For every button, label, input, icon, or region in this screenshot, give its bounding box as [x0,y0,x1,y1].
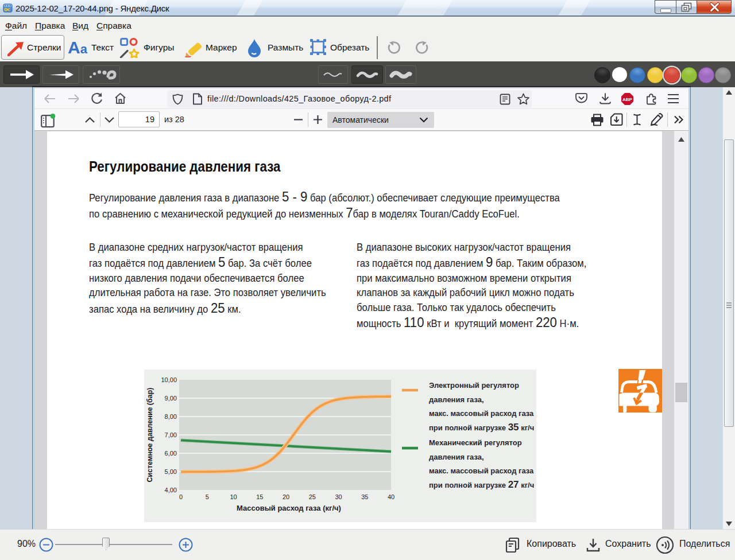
svg-text:при полной нагрузке 27 кг/ч: при полной нагрузке 27 кг/ч [429,479,534,490]
svg-text:давления газа,: давления газа, [429,453,484,461]
svg-text:давления газа,: давления газа, [429,395,484,404]
svg-text:10: 10 [230,493,237,500]
svg-text:макс. массовый расход газа: макс. массовый расход газа [429,466,534,475]
svg-text:5,00: 5,00 [165,468,177,475]
svg-text:Массовый расход газа (кг/ч): Массовый расход газа (кг/ч) [237,504,341,512]
svg-text:Механический регулятор: Механический регулятор [429,438,522,447]
svg-text:5: 5 [206,493,209,500]
svg-text:30: 30 [335,493,342,500]
svg-text:15: 15 [256,493,263,500]
svg-text:7,00: 7,00 [165,431,177,438]
svg-text:35: 35 [361,493,368,500]
svg-text:при полной нагрузке 35 кг/ч: при полной нагрузке 35 кг/ч [429,422,534,433]
svg-text:20: 20 [283,493,289,500]
svg-text:0: 0 [179,493,183,500]
svg-text:25: 25 [309,493,316,500]
svg-text:макс. массовый расход газа: макс. массовый расход газа [429,409,534,418]
svg-text:9,00: 9,00 [165,395,177,402]
svg-text:Системное давление (бар): Системное давление (бар) [146,388,154,483]
svg-text:ABP: ABP [622,97,633,102]
svg-text:8,00: 8,00 [165,413,177,420]
svg-text:4,00: 4,00 [165,487,177,493]
svg-text:6,00: 6,00 [165,450,177,457]
svg-text:Электронный регулятор: Электронный регулятор [429,381,519,390]
svg-text:10,00: 10,00 [161,376,177,383]
svg-text:40: 40 [388,493,394,500]
